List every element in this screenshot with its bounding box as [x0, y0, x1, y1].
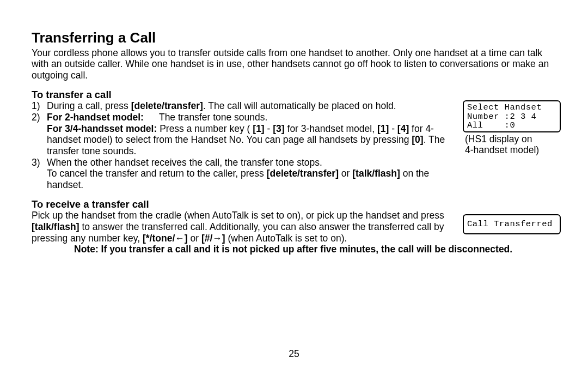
step-number: 2) — [32, 112, 47, 157]
step-number: 1) — [32, 100, 47, 112]
lcd-caption: (HS1 display on 4-handset model) — [465, 134, 561, 155]
note-text: Note: If you transfer a call and it is n… — [32, 244, 561, 255]
step-text: During a call, press [delete/transfer]. … — [47, 100, 454, 112]
step-number: 3) — [32, 157, 47, 191]
step-text: When the other handset receives the call… — [47, 157, 454, 191]
page-title: Transferring a Call — [32, 29, 561, 46]
lcd-display-select-handset: Select Handset Number :2 3 4 All :0 — [463, 100, 561, 132]
list-item: 1) During a call, press [delete/transfer… — [32, 100, 454, 112]
section-transfer-heading: To transfer a call — [32, 89, 561, 101]
receive-paragraph: Pick up the handset from the cradle (whe… — [32, 210, 454, 244]
lcd-display-call-transferred: Call Transferred — [463, 214, 561, 234]
intro-paragraph: Your cordless phone allows you to transf… — [32, 47, 561, 81]
page-number: 25 — [0, 348, 588, 360]
transfer-steps-list: 1) During a call, press [delete/transfer… — [32, 100, 454, 190]
step-text: For 2-handset model:The transfer tone so… — [47, 112, 454, 157]
list-item: 2) For 2-handset model:The transfer tone… — [32, 112, 454, 157]
section-receive-heading: To receive a transfer call — [32, 198, 561, 210]
list-item: 3) When the other handset receives the c… — [32, 157, 454, 191]
